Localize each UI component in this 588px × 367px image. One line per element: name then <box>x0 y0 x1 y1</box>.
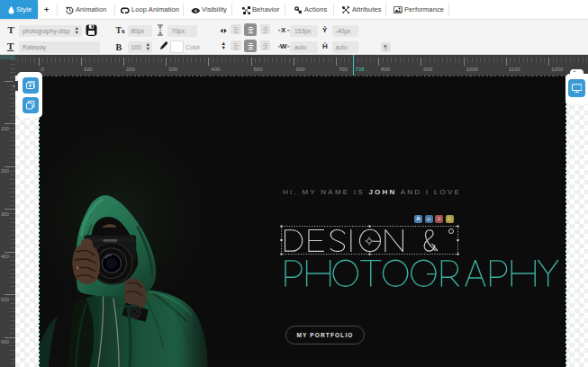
svg-text:100: 100 <box>84 67 94 72</box>
svg-text:700: 700 <box>339 67 348 72</box>
svg-text:738: 738 <box>356 67 366 72</box>
svg-text:900: 900 <box>423 67 433 72</box>
svg-text:800: 800 <box>381 67 391 72</box>
svg-text:1100: 1100 <box>509 67 521 72</box>
svg-text:100: 100 <box>1 126 9 131</box>
svg-text:600: 600 <box>296 67 306 72</box>
svg-text:500: 500 <box>254 67 264 72</box>
svg-text:600: 600 <box>1 339 9 345</box>
svg-text:0: 0 <box>41 67 45 72</box>
svg-text:200: 200 <box>1 168 9 174</box>
svg-text:400: 400 <box>211 67 221 72</box>
svg-text:400: 400 <box>1 254 9 259</box>
svg-text:300: 300 <box>1 211 9 217</box>
svg-text:200: 200 <box>126 67 136 72</box>
svg-text:1200: 1200 <box>551 67 564 72</box>
svg-text:300: 300 <box>168 67 178 72</box>
svg-text:1000: 1000 <box>466 67 479 72</box>
svg-text:500: 500 <box>1 297 9 302</box>
